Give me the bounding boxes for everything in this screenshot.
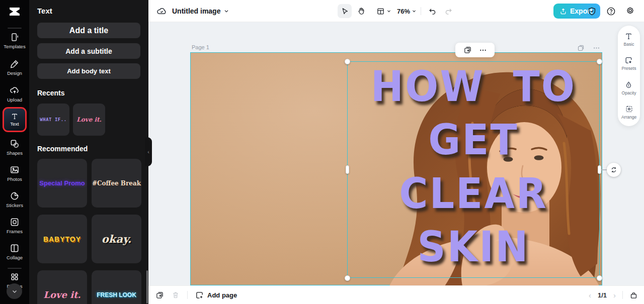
recommended-style-label: #Coffee Break: [92, 180, 141, 187]
sidebar-item-label: Design: [7, 70, 22, 76]
sidebar-item-frames[interactable]: Frames: [0, 217, 29, 234]
sidebar-item-label: Text: [10, 121, 19, 127]
duplicate-page-icon[interactable]: [155, 291, 164, 299]
recommended-style-label: BABYTOY: [43, 235, 81, 243]
recommended-text-style[interactable]: BABYTOY: [37, 215, 87, 263]
sidebar-item-templates[interactable]: Templates: [0, 32, 29, 49]
stickers-icon: [10, 191, 20, 201]
panel-item-presets[interactable]: Presets: [622, 56, 636, 71]
canvas-text-element[interactable]: HOW TO GET CLEAR SKIN: [348, 62, 599, 277]
recent-text-style[interactable]: Love it.: [73, 104, 105, 136]
sidebar-item-shapes[interactable]: Shapes: [0, 139, 29, 156]
duplicate-page-icon[interactable]: [577, 44, 585, 52]
sidebar-item-text-active[interactable]: Text: [3, 107, 27, 132]
recommended-text-style[interactable]: Love it.: [37, 270, 87, 304]
rotate-icon: [610, 166, 617, 173]
undo-button[interactable]: [425, 4, 439, 18]
templates-icon: [10, 32, 20, 42]
panel-item-opacity[interactable]: Opacity: [622, 81, 636, 95]
next-page-button[interactable]: ›: [613, 291, 616, 299]
sidebar-item-upload[interactable]: Upload: [0, 85, 29, 103]
present-box-icon[interactable]: [629, 291, 638, 299]
add-title-button[interactable]: Add a title: [37, 23, 140, 38]
chevron-down-icon[interactable]: [412, 9, 417, 14]
recommended-label: Recommended: [37, 145, 88, 153]
privacy-shield-icon[interactable]: [587, 7, 597, 16]
settings-gear-icon[interactable]: [625, 7, 635, 16]
bottom-bar-divider: [187, 291, 188, 299]
add-page-button[interactable]: Add page: [195, 291, 237, 299]
duplicate-icon[interactable]: [463, 46, 472, 54]
more-options-icon[interactable]: [479, 46, 487, 54]
selection-handle-top-right[interactable]: [597, 59, 602, 64]
rotate-button[interactable]: [607, 163, 621, 177]
bottom-bar-divider: [622, 291, 623, 299]
toolbar-divider: [421, 7, 421, 15]
selection-handle-top-left[interactable]: [345, 59, 350, 64]
layout-icon: [376, 7, 385, 16]
sidebar-item-label: Upload: [7, 97, 22, 103]
chevron-down-icon[interactable]: [223, 8, 229, 14]
selection-handle-right[interactable]: [598, 165, 601, 174]
panel-scrollbar[interactable]: [146, 270, 148, 303]
chevron-down-icon: [11, 288, 18, 295]
sidebar-item-label: Photos: [7, 176, 22, 182]
add-body-text-button[interactable]: Add body text: [37, 63, 140, 79]
add-subtitle-button[interactable]: Add a subtitle: [37, 43, 140, 59]
recommended-text-style[interactable]: Special Promo: [37, 159, 87, 208]
rail-divider: [8, 28, 22, 29]
cursor-icon: [341, 7, 349, 16]
delete-page-icon[interactable]: [172, 291, 180, 299]
recommended-text-style[interactable]: okay.: [92, 215, 141, 263]
recent-text-style[interactable]: WHAT IF..: [37, 104, 69, 136]
sidebar-item-label: Stickers: [6, 202, 23, 208]
text-panel: Text Add a title Add a subtitle Add body…: [29, 0, 148, 304]
redo-button[interactable]: [441, 4, 455, 18]
panel-item-label: Arrange: [621, 115, 636, 120]
frames-icon: [10, 217, 20, 227]
recommended-style-label: FRESH LOOK: [97, 291, 136, 298]
panel-item-basic[interactable]: Basic: [624, 32, 634, 47]
add-page-icon: [195, 291, 204, 299]
sidebar-item-design[interactable]: Design: [0, 59, 29, 76]
rail-collapse-button[interactable]: [7, 283, 22, 299]
sidebar-item-label: Frames: [7, 229, 23, 234]
panel-collapse-handle[interactable]: ‹: [145, 137, 152, 166]
recents-label: Recents: [37, 89, 64, 97]
rotate-connector: [600, 169, 607, 170]
sidebar-item-photos[interactable]: Photos: [0, 165, 29, 182]
photos-icon: [10, 165, 20, 175]
text-element-selection[interactable]: HOW TO GET CLEAR SKIN: [347, 61, 600, 278]
arrange-icon: [625, 105, 633, 113]
page-more-options-icon[interactable]: [593, 44, 600, 52]
presets-icon: [624, 56, 633, 64]
previous-page-button[interactable]: ‹: [589, 291, 591, 299]
add-page-label: Add page: [207, 291, 237, 299]
sidebar-item-label: Templates: [4, 44, 25, 49]
canvas-area[interactable]: Page 1: [148, 22, 644, 285]
hand-icon: [357, 7, 365, 16]
recommended-text-style[interactable]: #Coffee Break: [92, 159, 141, 208]
cloud-save-icon: [156, 6, 167, 17]
left-rail: Templates Design Upload Text Shapes Phot…: [0, 0, 29, 304]
sidebar-item-collage[interactable]: Collage: [0, 243, 29, 260]
help-icon[interactable]: [606, 7, 616, 16]
canvas-text-line: SKIN: [418, 222, 530, 271]
undo-icon: [428, 7, 437, 16]
hand-tool-button[interactable]: [354, 4, 368, 18]
project-name[interactable]: Untitled image: [172, 7, 220, 15]
zoom-level[interactable]: 76%: [397, 8, 410, 15]
redo-icon: [444, 7, 453, 16]
text-icon: [11, 113, 19, 120]
panel-item-arrange[interactable]: Arrange: [621, 105, 636, 120]
recent-style-label: Love it.: [76, 116, 102, 123]
recommended-style-label: Love it.: [43, 289, 80, 300]
selection-handle-bottom-right[interactable]: [597, 275, 602, 281]
capcut-logo[interactable]: [0, 4, 29, 19]
sidebar-item-stickers[interactable]: Stickers: [0, 191, 29, 208]
layout-tool-button[interactable]: [374, 4, 394, 18]
select-tool-button[interactable]: [338, 4, 352, 18]
selection-handle-left[interactable]: [346, 165, 349, 174]
recommended-text-style[interactable]: FRESH LOOK: [92, 270, 141, 304]
selection-handle-bottom-left[interactable]: [345, 275, 350, 281]
